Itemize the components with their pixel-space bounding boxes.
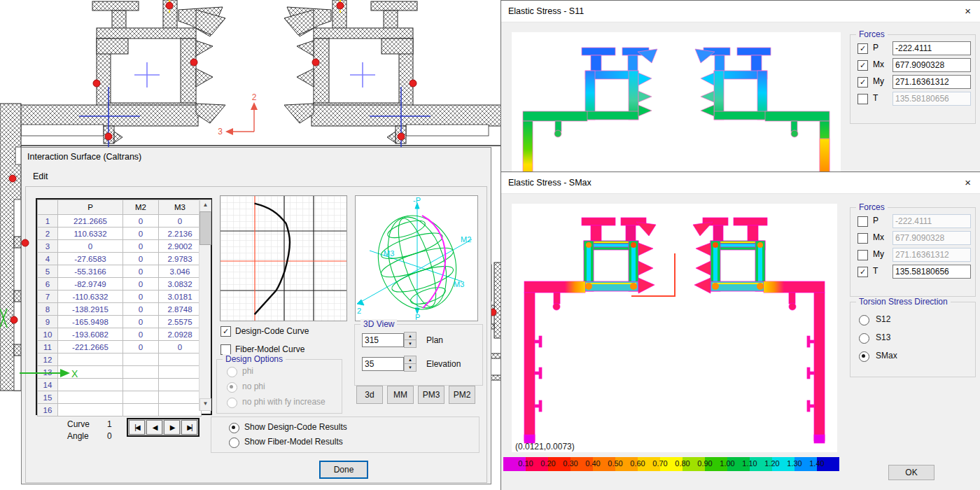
table-row[interactable]: 1221.266500 xyxy=(38,215,202,227)
scroll-up-icon[interactable]: ▲ xyxy=(200,200,211,212)
t-force-value-field[interactable]: 135.58180656 xyxy=(892,92,971,106)
color-scale-label: 0.50 xyxy=(608,459,622,468)
smax-stress-plot[interactable]: (0.0121,0.0073) xyxy=(512,204,837,452)
no-phi-fy-label: no phi with fy increase xyxy=(242,397,326,407)
table-scrollbar[interactable]: ▲ ▼ xyxy=(199,200,211,411)
plan-spin-down-icon[interactable]: ▼ xyxy=(404,340,416,348)
my-force-checkbox[interactable] xyxy=(858,77,868,88)
p-force-value-field[interactable]: -222.4111 xyxy=(892,214,971,228)
mx-force-value-field[interactable]: 677.9090328 xyxy=(892,58,971,72)
elevation-angle-field[interactable]: 35 xyxy=(362,357,404,371)
color-scale-label: 0.30 xyxy=(563,459,578,468)
t-force-value-field[interactable]: 135.58180656 xyxy=(892,265,971,279)
my-force-label: My xyxy=(873,249,884,259)
table-row[interactable]: 7-110.633203.0181 xyxy=(38,290,202,303)
p-force-value-field[interactable]: -222.4111 xyxy=(892,41,971,55)
table-row[interactable]: 14 xyxy=(38,379,202,391)
color-scale-label: 0.20 xyxy=(540,459,555,468)
s11-forces-group: Forces P-222.4111Mx677.9090328My271.1636… xyxy=(850,34,976,124)
table-row[interactable]: 15 xyxy=(38,391,202,404)
ok-button[interactable]: OK xyxy=(888,465,934,480)
close-icon[interactable]: × xyxy=(965,176,971,188)
table-row[interactable]: 6-82.974903.0832 xyxy=(38,278,202,290)
axis-label-corner: 2 xyxy=(357,307,361,315)
scroll-thumb[interactable] xyxy=(200,211,211,245)
color-scale-label: 0.70 xyxy=(652,459,667,468)
no-phi-radio[interactable] xyxy=(227,382,237,393)
mx-force-value-field[interactable]: 677.9090328 xyxy=(892,231,971,245)
view-mm-button[interactable]: MM xyxy=(387,386,414,404)
fiber-model-curve-checkbox[interactable] xyxy=(220,344,231,355)
smax-radio[interactable] xyxy=(859,351,869,362)
s13-radio[interactable] xyxy=(859,333,869,344)
t-force-checkbox[interactable] xyxy=(858,94,868,104)
t-force-label: T xyxy=(873,93,878,103)
show-fiber-model-radio[interactable] xyxy=(229,438,239,448)
table-row[interactable]: 10-193.608202.0928 xyxy=(38,328,202,341)
no-phi-fy-radio[interactable] xyxy=(227,398,237,408)
view-pm3-button[interactable]: PM3 xyxy=(418,386,444,404)
t-force-label: T xyxy=(873,266,878,276)
table-row[interactable]: 4-27.658302.9783 xyxy=(38,253,202,265)
s12-radio[interactable] xyxy=(859,315,869,326)
table-row[interactable]: 16 xyxy=(38,404,202,416)
plan-angle-field[interactable]: 315 xyxy=(362,333,404,347)
scroll-down-icon[interactable]: ▼ xyxy=(200,398,211,411)
table-row[interactable]: 12 xyxy=(38,354,202,366)
table-row[interactable]: 5-55.316603.046 xyxy=(38,265,202,278)
color-scale-label: 0.90 xyxy=(697,459,712,468)
table-row[interactable]: 3002.9002 xyxy=(38,240,202,253)
last-curve-button[interactable]: ▶| xyxy=(181,420,197,435)
view-3d-button[interactable]: 3d xyxy=(356,386,383,404)
mx-force-checkbox[interactable] xyxy=(858,233,868,244)
phi-radio[interactable] xyxy=(227,367,237,377)
axis-2-label: 2 xyxy=(252,92,257,102)
table-row[interactable]: 11-221.266500 xyxy=(38,341,202,354)
application-root: { "accent": {"titlebar_bg": "#ffffff", "… xyxy=(0,0,980,490)
color-scale-label: 1.30 xyxy=(787,459,802,468)
p-force-label: P xyxy=(873,216,878,225)
view-3d-group: 3D View 315 ▲ ▼ Plan 35 ▲ ▼ Elevation xyxy=(354,324,483,386)
first-curve-button[interactable]: |◀ xyxy=(129,420,145,435)
p-force-checkbox[interactable] xyxy=(858,43,868,54)
mx-force-checkbox[interactable] xyxy=(858,60,868,71)
my-force-value-field[interactable]: 271.16361312 xyxy=(892,248,971,262)
angle-label: Angle xyxy=(67,431,89,441)
table-row[interactable]: 9-165.949802.5575 xyxy=(38,316,202,328)
interaction-curve-plot[interactable] xyxy=(220,195,347,321)
torsion-direction-title: Torsion Stress Direction xyxy=(856,297,951,307)
interaction-surface-3d-view[interactable]: -P P M2 M3 M3 2 xyxy=(355,195,478,321)
color-scale-label: 0.40 xyxy=(585,459,600,468)
smax-titlebar[interactable]: Elastic Stress - SMax × xyxy=(501,172,980,194)
close-icon[interactable]: × xyxy=(965,5,971,17)
table-row[interactable]: 13 xyxy=(38,366,202,379)
s11-stress-plot[interactable] xyxy=(512,32,841,172)
prev-curve-button[interactable]: ◀ xyxy=(146,420,162,435)
table-row[interactable]: 8-138.291502.8748 xyxy=(38,303,202,316)
torsion-direction-group: Torsion Stress Direction S12S13SMax xyxy=(850,302,976,377)
s11-forces-title: Forces xyxy=(856,29,888,39)
table-row[interactable]: 2110.633202.2136 xyxy=(38,227,202,240)
view-buttons-row: 3dMMPM3PM2 xyxy=(356,386,475,404)
mx-force-label: Mx xyxy=(873,232,884,242)
p-force-checkbox[interactable] xyxy=(858,216,868,227)
t-force-checkbox[interactable] xyxy=(858,267,868,277)
design-code-curve-label: Design-Code Curve xyxy=(235,326,309,336)
elastic-stress-smax-window: Elastic Stress - SMax × xyxy=(500,172,980,490)
design-code-curve-checkbox[interactable] xyxy=(220,326,231,337)
elevation-spin-down-icon[interactable]: ▼ xyxy=(404,363,416,372)
col-header-m3: M3 xyxy=(159,200,202,215)
interaction-table: P M2 M3 1221.2665002110.633202.21363002.… xyxy=(36,198,212,415)
s11-titlebar[interactable]: Elastic Stress - S11 × xyxy=(501,1,980,22)
curve-value: 1 xyxy=(107,419,112,429)
show-design-code-radio[interactable] xyxy=(229,423,239,433)
view-pm2-button[interactable]: PM2 xyxy=(449,386,475,404)
my-force-value-field[interactable]: 271.16361312 xyxy=(892,75,971,89)
no-phi-label: no phi xyxy=(242,382,265,391)
next-curve-button[interactable]: ▶ xyxy=(164,420,180,435)
done-button[interactable]: Done xyxy=(319,461,368,479)
p-force-label: P xyxy=(873,43,878,52)
color-scale-label: 0.80 xyxy=(675,459,690,468)
menu-edit[interactable]: Edit xyxy=(33,172,48,181)
my-force-checkbox[interactable] xyxy=(858,250,868,260)
